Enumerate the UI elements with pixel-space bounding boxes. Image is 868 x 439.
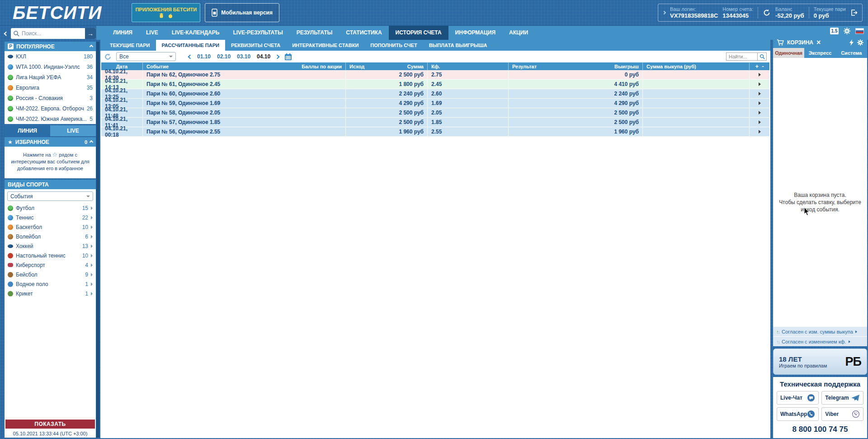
logout-icon[interactable] [850, 9, 858, 16]
sport-item[interactable]: Бейсбол 9 [5, 270, 96, 279]
age-18-banner[interactable]: 18 ЛЕТ Играем по правилам РБ [773, 348, 867, 375]
next-dates-icon[interactable] [275, 54, 280, 59]
whatsapp-button[interactable]: WhatsApp [777, 407, 819, 421]
popular-item[interactable]: Лига Наций УЕФА 34 [5, 72, 96, 82]
row-expand-icon[interactable] [759, 101, 761, 105]
popular-item[interactable]: Евролига 35 [5, 82, 96, 93]
col-kf[interactable]: Кф. [428, 62, 509, 70]
favorites-title: ИЗБРАННОЕ [15, 139, 82, 145]
logo[interactable]: БЕТСИТИ [13, 3, 102, 23]
bet-win: 4 410 руб [614, 81, 639, 87]
basket-tab[interactable]: Система [836, 48, 867, 58]
sport-item[interactable]: Баскетбол 10 [5, 222, 96, 232]
sport-item[interactable]: Футбол 15 [5, 203, 96, 213]
sport-item[interactable]: Настольный теннис 10 [5, 251, 96, 260]
calendar-icon[interactable] [284, 53, 292, 61]
settings-gear-icon[interactable] [844, 28, 850, 34]
apps-button[interactable]: ПРИЛОЖЕНИЯ БЕТСИТИ [132, 3, 200, 22]
nav-tab[interactable]: ИСТОРИЯ СЧЕТА [389, 26, 448, 40]
football-icon [8, 116, 13, 122]
row-expand-icon[interactable] [759, 111, 761, 115]
collapse-all-button[interactable]: - [762, 63, 764, 70]
date-item[interactable]: 02.10 [217, 53, 231, 60]
sport-item[interactable]: Хоккей 13 [5, 241, 96, 251]
cart-icon [777, 39, 784, 46]
popular-item[interactable]: КХЛ 180 [5, 51, 96, 62]
basket-settings-gear-icon[interactable] [857, 39, 863, 46]
sports-panel: ВИДЫ СПОРТА События Футбол 15 [5, 180, 96, 438]
russia-flag-icon[interactable] [855, 28, 864, 34]
find-input[interactable]: Найти... [726, 53, 757, 60]
account-expand-icon[interactable] [662, 11, 666, 14]
col-event[interactable]: Событие [146, 64, 169, 69]
show-button[interactable]: ПОКАЗАТЬ [5, 420, 95, 429]
col-sum[interactable]: Сумма [407, 64, 424, 69]
row-expand-icon[interactable] [759, 73, 761, 76]
account-subtab[interactable]: РЕКВИЗИТЫ СЧЕТА [225, 40, 286, 51]
mobile-version-button[interactable]: Мобильная версия [205, 3, 279, 22]
nav-tab[interactable]: АКЦИИ [502, 26, 535, 40]
odds-format-badge[interactable]: 1.5 [830, 28, 839, 34]
mode-tab[interactable]: ЛИНИЯ [5, 125, 50, 136]
account-subtab[interactable]: ПОПОЛНИТЬ СЧЕТ [364, 40, 423, 51]
basket-tab[interactable]: Одиночная [773, 48, 804, 58]
sport-item[interactable]: Водное поло 1 [5, 279, 96, 289]
date-item[interactable]: 04.10 [257, 53, 270, 60]
col-result[interactable]: Результат [512, 64, 537, 69]
row-expand-icon[interactable] [759, 130, 761, 134]
account-subtab[interactable]: ВЫПЛАТА ВЫИГРЫША [423, 40, 493, 51]
livechat-button[interactable]: Live-Чат [777, 391, 819, 405]
basket-tab[interactable]: Экспресс [804, 48, 835, 58]
agree-odds-toggle[interactable]: ↑↓ Согласен с изменением кф. [773, 336, 867, 346]
sport-item[interactable]: Киберспорт 4 [5, 260, 96, 270]
account-subtab[interactable]: РАССЧИТАННЫЕ ПАРИ [156, 40, 225, 51]
search-go-button[interactable]: → [85, 28, 96, 39]
find-button[interactable] [757, 53, 766, 60]
popular-item[interactable]: WTA 1000. Индиан-Уэллс 36 [5, 62, 96, 72]
sport-item[interactable]: Крикет 1 [5, 289, 96, 298]
events-filter-dropdown[interactable]: События [7, 191, 93, 201]
bets-filter-dropdown[interactable]: Все [116, 52, 176, 61]
col-outcome[interactable]: Исход [349, 64, 364, 69]
refresh-balance-icon[interactable] [763, 9, 771, 17]
popular-collapse-icon[interactable] [90, 44, 93, 48]
popular-item[interactable]: ЧМ-2022. Южная Америка.... 5 [5, 114, 96, 124]
sport-item-count: 10 [82, 224, 88, 230]
basket-close-icon[interactable]: × [816, 39, 821, 46]
mode-tab[interactable]: LIVE [50, 125, 96, 136]
support-phone[interactable]: 8 800 100 74 75 [777, 425, 863, 434]
nav-tab[interactable]: LIVE-КАЛЕНДАРЬ [165, 26, 226, 40]
viber-button[interactable]: Viber [821, 407, 863, 421]
agree-buyout-toggle[interactable]: ↑↓ Согласен с изм. суммы выкупа [773, 326, 867, 336]
date-item[interactable]: 03.10 [237, 53, 250, 60]
prev-dates-icon[interactable] [188, 54, 193, 59]
telegram-button[interactable]: Telegram [821, 391, 863, 405]
col-buyout[interactable]: Сумма выкупа (руб) [643, 62, 750, 70]
refresh-icon[interactable] [104, 53, 112, 61]
row-expand-icon[interactable] [759, 82, 761, 86]
account-subtab[interactable]: ИНТЕРАКТИВНЫЕ СТАВКИ [286, 40, 364, 51]
nav-tab[interactable]: РЕЗУЛЬТАТЫ [290, 26, 340, 40]
nav-tab[interactable]: LIVE-РЕЗУЛЬТАТЫ [226, 26, 289, 40]
expand-all-button[interactable]: + [755, 63, 759, 70]
sidebar-collapse-bar[interactable] [96, 42, 99, 438]
row-expand-icon[interactable] [759, 120, 761, 124]
account-subtab[interactable]: ТЕКУЩИЕ ПАРИ [104, 40, 156, 51]
col-win[interactable]: Выигрыш [614, 64, 639, 69]
nav-tab[interactable]: LIVE [139, 26, 165, 40]
col-promo[interactable]: Баллы по акции [302, 64, 342, 69]
quick-bet-lightning-icon[interactable] [849, 39, 854, 46]
popular-item[interactable]: Россия - Словакия 3 [5, 93, 96, 103]
sidebar-search[interactable]: Поиск... → [11, 28, 96, 39]
nav-tab[interactable]: СТАТИСТИКА [339, 26, 388, 40]
favorites-collapse-icon[interactable] [90, 140, 93, 143]
date-item[interactable]: 01.10 [197, 53, 211, 60]
nav-tab[interactable]: ЛИНИЯ [106, 26, 139, 40]
popular-item[interactable]: ЧМ-2022. Европа. Отбороч... 26 [5, 103, 96, 114]
nav-tab[interactable]: ИНФОРМАЦИЯ [448, 26, 502, 40]
sidebar-collapse-icon[interactable] [4, 31, 9, 36]
sport-item[interactable]: Теннис 22 [5, 213, 96, 222]
bet-sum: 2 500 руб [399, 72, 424, 78]
sport-item[interactable]: Волейбол 6 [5, 232, 96, 241]
row-expand-icon[interactable] [759, 92, 761, 95]
